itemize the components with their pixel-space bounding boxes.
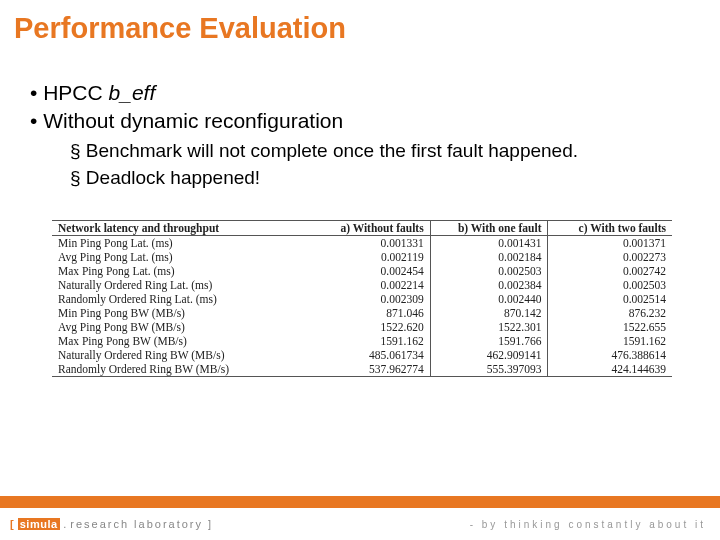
cell-b: 0.002503 — [430, 264, 548, 278]
cell-c: 0.002514 — [548, 292, 672, 306]
logo-rest: research laboratory ] — [70, 518, 213, 530]
footer-tagline: - by thinking constantly about it — [470, 519, 706, 530]
cell-a: 0.002214 — [312, 278, 430, 292]
cell-b: 0.002184 — [430, 250, 548, 264]
table-row: Avg Ping Pong Lat. (ms)0.0021190.0021840… — [52, 250, 672, 264]
cell-a: 1591.162 — [312, 334, 430, 348]
table-row: Naturally Ordered Ring BW (MB/s)485.0617… — [52, 348, 672, 362]
bullet-italic: b_eff — [109, 81, 156, 104]
cell-metric: Max Ping Pong Lat. (ms) — [52, 264, 312, 278]
cell-a: 0.001331 — [312, 236, 430, 251]
bullet-without-reconfig: • Without dynamic reconfiguration — [30, 108, 690, 134]
table-row: Max Ping Pong BW (MB/s)1591.1621591.7661… — [52, 334, 672, 348]
cell-metric: Randomly Ordered Ring Lat. (ms) — [52, 292, 312, 306]
slide-body: • HPCC b_eff • Without dynamic reconfigu… — [30, 80, 690, 190]
cell-b: 555.397093 — [430, 362, 548, 377]
cell-a: 0.002119 — [312, 250, 430, 264]
cell-b: 0.002440 — [430, 292, 548, 306]
logo-bracket-left: [ — [10, 518, 18, 530]
table-row: Min Ping Pong BW (MB/s)871.046870.142876… — [52, 306, 672, 320]
cell-b: 462.909141 — [430, 348, 548, 362]
table-row: Min Ping Pong Lat. (ms)0.0013310.0014310… — [52, 236, 672, 251]
table-row: Max Ping Pong Lat. (ms)0.0024540.0025030… — [52, 264, 672, 278]
slide: Performance Evaluation • HPCC b_eff • Wi… — [0, 0, 720, 540]
cell-metric: Naturally Ordered Ring BW (MB/s) — [52, 348, 312, 362]
cell-b: 0.001431 — [430, 236, 548, 251]
logo-dot: . — [60, 518, 71, 530]
bullet-text: • Without dynamic reconfiguration — [30, 109, 343, 132]
cell-a: 1522.620 — [312, 320, 430, 334]
logo-brand: simula — [18, 518, 60, 530]
cell-c: 476.388614 — [548, 348, 672, 362]
latency-throughput-table: Network latency and throughput a) Withou… — [52, 220, 672, 377]
cell-metric: Naturally Ordered Ring Lat. (ms) — [52, 278, 312, 292]
bullet-hpcc: • HPCC b_eff — [30, 80, 690, 106]
sub-bullet-benchmark: § Benchmark will not complete once the f… — [70, 139, 690, 163]
cell-c: 1591.162 — [548, 334, 672, 348]
table-body: Min Ping Pong Lat. (ms)0.0013310.0014310… — [52, 236, 672, 377]
th-c: c) With two faults — [548, 221, 672, 236]
cell-b: 1522.301 — [430, 320, 548, 334]
cell-c: 0.002503 — [548, 278, 672, 292]
cell-c: 876.232 — [548, 306, 672, 320]
cell-c: 0.001371 — [548, 236, 672, 251]
table-row: Avg Ping Pong BW (MB/s)1522.6201522.3011… — [52, 320, 672, 334]
footer-accent-bar — [0, 496, 720, 508]
cell-a: 485.061734 — [312, 348, 430, 362]
cell-c: 424.144639 — [548, 362, 672, 377]
th-a: a) Without faults — [312, 221, 430, 236]
cell-a: 0.002454 — [312, 264, 430, 278]
cell-metric: Min Ping Pong Lat. (ms) — [52, 236, 312, 251]
bullet-text: • HPCC — [30, 81, 109, 104]
cell-b: 1591.766 — [430, 334, 548, 348]
footer-logo: [ simula . research laboratory ] — [10, 518, 213, 530]
table-row: Randomly Ordered Ring Lat. (ms)0.0023090… — [52, 292, 672, 306]
cell-b: 0.002384 — [430, 278, 548, 292]
cell-metric: Min Ping Pong BW (MB/s) — [52, 306, 312, 320]
cell-a: 0.002309 — [312, 292, 430, 306]
cell-metric: Avg Ping Pong Lat. (ms) — [52, 250, 312, 264]
th-b: b) With one fault — [430, 221, 548, 236]
cell-b: 870.142 — [430, 306, 548, 320]
table-row: Randomly Ordered Ring BW (MB/s)537.96277… — [52, 362, 672, 377]
th-metric: Network latency and throughput — [52, 221, 312, 236]
cell-c: 0.002742 — [548, 264, 672, 278]
cell-metric: Randomly Ordered Ring BW (MB/s) — [52, 362, 312, 377]
data-table: Network latency and throughput a) Withou… — [52, 220, 672, 377]
cell-metric: Avg Ping Pong BW (MB/s) — [52, 320, 312, 334]
sub-bullet-deadlock: § Deadlock happened! — [70, 166, 690, 190]
table-header-row: Network latency and throughput a) Withou… — [52, 221, 672, 236]
cell-c: 0.002273 — [548, 250, 672, 264]
cell-a: 537.962774 — [312, 362, 430, 377]
slide-title: Performance Evaluation — [14, 12, 346, 45]
cell-metric: Max Ping Pong BW (MB/s) — [52, 334, 312, 348]
cell-a: 871.046 — [312, 306, 430, 320]
table-row: Naturally Ordered Ring Lat. (ms)0.002214… — [52, 278, 672, 292]
cell-c: 1522.655 — [548, 320, 672, 334]
